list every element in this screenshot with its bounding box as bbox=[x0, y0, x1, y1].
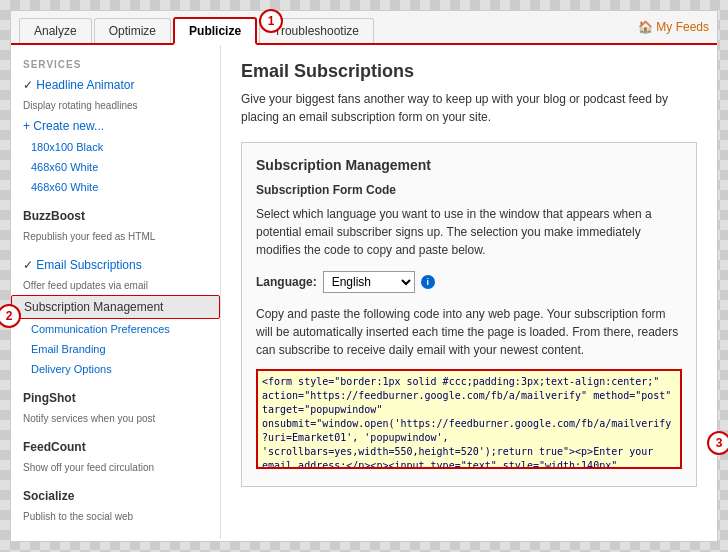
main-content: Email Subscriptions Give your biggest fa… bbox=[221, 45, 717, 539]
sidebar-item-468x60-white-2[interactable]: 468x60 White bbox=[11, 177, 220, 197]
annotation-1: 1 bbox=[259, 9, 283, 33]
sidebar-divider-6 bbox=[11, 526, 220, 534]
sidebar-item-pingshot[interactable]: PingShot bbox=[11, 387, 220, 409]
tab-optimize[interactable]: Optimize bbox=[94, 18, 171, 43]
page-title: Email Subscriptions bbox=[241, 61, 697, 82]
sidebar-item-feedcount[interactable]: FeedCount bbox=[11, 436, 220, 458]
page-description: Give your biggest fans another way to ke… bbox=[241, 90, 697, 126]
content-area: SERVICES Headline Animator Display rotat… bbox=[11, 45, 717, 539]
code-textarea[interactable]: <form style="border:1px solid #ccc;paddi… bbox=[256, 369, 682, 469]
form-code-label: Subscription Form Code bbox=[256, 183, 682, 197]
sidebar-item-delivery-options[interactable]: Delivery Options bbox=[11, 359, 220, 379]
sidebar-item-chicklet-chooser[interactable]: Chicklet Chooser bbox=[11, 534, 220, 539]
sidebar-divider-5 bbox=[11, 477, 220, 485]
my-feeds-link[interactable]: My Feeds bbox=[638, 20, 709, 40]
sidebar-item-socialize[interactable]: Socialize bbox=[11, 485, 220, 507]
sidebar-item-buzzboost-desc: Republish your feed as HTML bbox=[11, 227, 220, 246]
subscription-management-box: Subscription Management Subscription For… bbox=[241, 142, 697, 487]
language-label: Language: bbox=[256, 275, 317, 289]
sidebar-item-headline-animator-desc: Display rotating headlines bbox=[11, 96, 220, 115]
sidebar-item-buzzboost[interactable]: BuzzBoost bbox=[11, 205, 220, 227]
language-select[interactable]: English Spanish French German Italian Po… bbox=[323, 271, 415, 293]
sidebar-item-pingshot-desc: Notify services when you post bbox=[11, 409, 220, 428]
sidebar-item-468x60-white-1[interactable]: 468x60 White bbox=[11, 157, 220, 177]
subscription-box-title: Subscription Management bbox=[256, 157, 682, 173]
sidebar-item-feedcount-desc: Show off your feed circulation bbox=[11, 458, 220, 477]
tab-publicize[interactable]: Publicize bbox=[173, 17, 257, 45]
tab-analyze[interactable]: Analyze bbox=[19, 18, 92, 43]
sidebar-divider-3 bbox=[11, 379, 220, 387]
sidebar-item-socialize-desc: Publish to the social web bbox=[11, 507, 220, 526]
sidebar-item-email-subscriptions-desc: Offer feed updates via email bbox=[11, 276, 220, 295]
sidebar-item-email-branding[interactable]: Email Branding bbox=[11, 339, 220, 359]
main-container: 1 2 3 Analyze Optimize Publicize Trouble… bbox=[10, 10, 718, 542]
sidebar-item-create-new[interactable]: Create new... bbox=[11, 115, 220, 137]
info-icon: i bbox=[421, 275, 435, 289]
language-row: Language: English Spanish French German … bbox=[256, 271, 682, 293]
sidebar-item-180x100-black[interactable]: 180x100 Black bbox=[11, 137, 220, 157]
sidebar-divider-4 bbox=[11, 428, 220, 436]
top-tabs-bar: Analyze Optimize Publicize Troubleshooti… bbox=[11, 11, 717, 45]
sidebar-divider-1 bbox=[11, 197, 220, 205]
form-code-desc: Select which language you want to use in… bbox=[256, 205, 682, 259]
sidebar-item-subscription-management[interactable]: Subscription Management bbox=[11, 295, 220, 319]
sidebar: SERVICES Headline Animator Display rotat… bbox=[11, 45, 221, 539]
sidebar-item-headline-animator[interactable]: Headline Animator bbox=[11, 74, 220, 96]
sidebar-item-communication-preferences[interactable]: Communication Preferences bbox=[11, 319, 220, 339]
annotation-3: 3 bbox=[707, 431, 728, 455]
sidebar-section-title: SERVICES bbox=[11, 55, 220, 74]
sidebar-item-email-subscriptions[interactable]: Email Subscriptions bbox=[11, 254, 220, 276]
sidebar-divider-2 bbox=[11, 246, 220, 254]
copy-paste-desc: Copy and paste the following code into a… bbox=[256, 305, 682, 359]
